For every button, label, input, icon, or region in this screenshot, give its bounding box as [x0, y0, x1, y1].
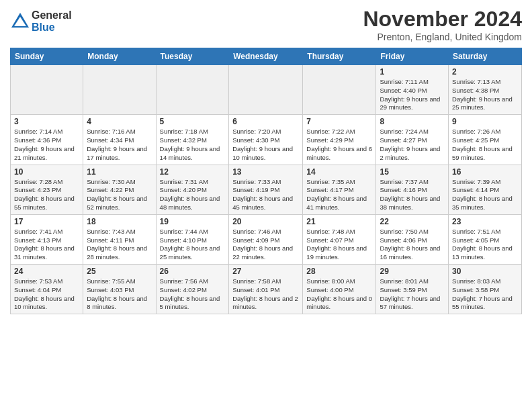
table-row: 7Sunrise: 7:22 AMSunset: 4:29 PMDaylight…	[303, 115, 376, 165]
table-row: 19Sunrise: 7:44 AMSunset: 4:10 PMDayligh…	[156, 214, 229, 264]
col-tuesday: Tuesday	[156, 48, 229, 65]
day-info: Sunrise: 7:22 AMSunset: 4:29 PMDaylight:…	[306, 128, 372, 162]
day-info: Sunrise: 7:53 AMSunset: 4:04 PMDaylight:…	[14, 277, 79, 312]
day-number: 15	[380, 167, 445, 177]
table-row: 27Sunrise: 7:58 AMSunset: 4:01 PMDayligh…	[229, 265, 303, 314]
day-number: 2	[452, 67, 518, 77]
day-info: Sunrise: 7:51 AMSunset: 4:05 PMDaylight:…	[452, 228, 518, 262]
day-number: 20	[232, 217, 299, 226]
day-info: Sunrise: 8:01 AMSunset: 3:59 PMDaylight:…	[380, 277, 445, 312]
day-number: 18	[87, 217, 152, 226]
day-info: Sunrise: 7:41 AMSunset: 4:13 PMDaylight:…	[14, 228, 79, 262]
day-info: Sunrise: 7:48 AMSunset: 4:07 PMDaylight:…	[306, 228, 372, 262]
day-number: 23	[452, 217, 518, 226]
day-number: 7	[306, 117, 372, 126]
page-header: General Blue November 2024 Prenton, Engl…	[10, 7, 522, 42]
day-info: Sunrise: 7:13 AMSunset: 4:38 PMDaylight:…	[452, 78, 518, 112]
day-number: 26	[160, 267, 226, 276]
col-sunday: Sunday	[11, 48, 83, 65]
day-info: Sunrise: 7:30 AMSunset: 4:22 PMDaylight:…	[87, 178, 152, 212]
calendar-header-row: Sunday Monday Tuesday Wednesday Thursday…	[11, 48, 522, 65]
logo-icon	[10, 11, 30, 32]
day-number: 6	[232, 117, 299, 126]
day-number: 29	[380, 267, 445, 276]
table-row: 20Sunrise: 7:46 AMSunset: 4:09 PMDayligh…	[229, 214, 303, 264]
table-row: 1Sunrise: 7:11 AMSunset: 4:40 PMDaylight…	[376, 65, 449, 115]
day-info: Sunrise: 7:50 AMSunset: 4:06 PMDaylight:…	[380, 228, 445, 262]
day-number: 30	[452, 267, 518, 276]
col-monday: Monday	[83, 48, 156, 65]
day-info: Sunrise: 7:55 AMSunset: 4:03 PMDaylight:…	[87, 277, 152, 312]
day-info: Sunrise: 7:44 AMSunset: 4:10 PMDaylight:…	[160, 228, 226, 262]
day-info: Sunrise: 7:46 AMSunset: 4:09 PMDaylight:…	[232, 228, 299, 262]
table-row	[83, 65, 156, 115]
day-number: 4	[87, 117, 152, 126]
location-subtitle: Prenton, England, United Kingdom	[363, 32, 522, 42]
table-row: 4Sunrise: 7:16 AMSunset: 4:34 PMDaylight…	[83, 115, 156, 165]
table-row: 21Sunrise: 7:48 AMSunset: 4:07 PMDayligh…	[303, 214, 376, 264]
table-row: 8Sunrise: 7:24 AMSunset: 4:27 PMDaylight…	[376, 115, 449, 165]
day-number: 5	[160, 117, 226, 126]
day-info: Sunrise: 7:56 AMSunset: 4:02 PMDaylight:…	[160, 277, 226, 312]
table-row	[303, 65, 376, 115]
day-info: Sunrise: 7:20 AMSunset: 4:30 PMDaylight:…	[232, 128, 299, 162]
table-row: 26Sunrise: 7:56 AMSunset: 4:02 PMDayligh…	[156, 265, 229, 314]
day-info: Sunrise: 7:33 AMSunset: 4:19 PMDaylight:…	[232, 178, 299, 212]
day-info: Sunrise: 7:14 AMSunset: 4:36 PMDaylight:…	[14, 128, 79, 162]
table-row: 15Sunrise: 7:37 AMSunset: 4:16 PMDayligh…	[376, 165, 449, 214]
day-info: Sunrise: 7:16 AMSunset: 4:34 PMDaylight:…	[87, 128, 152, 162]
calendar-week-row: 17Sunrise: 7:41 AMSunset: 4:13 PMDayligh…	[11, 214, 522, 264]
table-row: 11Sunrise: 7:30 AMSunset: 4:22 PMDayligh…	[83, 165, 156, 214]
day-number: 19	[160, 217, 226, 226]
month-title: November 2024	[363, 7, 522, 32]
day-info: Sunrise: 7:35 AMSunset: 4:17 PMDaylight:…	[306, 178, 372, 212]
day-info: Sunrise: 7:58 AMSunset: 4:01 PMDaylight:…	[232, 277, 299, 312]
day-number: 11	[87, 167, 152, 177]
day-number: 28	[306, 267, 372, 276]
day-number: 25	[87, 267, 152, 276]
table-row: 14Sunrise: 7:35 AMSunset: 4:17 PMDayligh…	[303, 165, 376, 214]
table-row: 29Sunrise: 8:01 AMSunset: 3:59 PMDayligh…	[376, 265, 449, 314]
table-row	[229, 65, 303, 115]
day-number: 27	[232, 267, 299, 276]
logo-general: General	[32, 9, 72, 21]
day-number: 16	[452, 167, 518, 177]
day-info: Sunrise: 7:28 AMSunset: 4:23 PMDaylight:…	[14, 178, 79, 212]
table-row: 28Sunrise: 8:00 AMSunset: 4:00 PMDayligh…	[303, 265, 376, 314]
table-row: 16Sunrise: 7:39 AMSunset: 4:14 PMDayligh…	[449, 165, 522, 214]
col-wednesday: Wednesday	[229, 48, 303, 65]
day-number: 1	[380, 67, 445, 77]
table-row: 3Sunrise: 7:14 AMSunset: 4:36 PMDaylight…	[11, 115, 83, 165]
day-info: Sunrise: 7:18 AMSunset: 4:32 PMDaylight:…	[160, 128, 226, 162]
table-row: 18Sunrise: 7:43 AMSunset: 4:11 PMDayligh…	[83, 214, 156, 264]
table-row: 10Sunrise: 7:28 AMSunset: 4:23 PMDayligh…	[11, 165, 83, 214]
day-number: 3	[14, 117, 79, 126]
day-number: 21	[306, 217, 372, 226]
title-block: November 2024 Prenton, England, United K…	[363, 7, 522, 42]
day-info: Sunrise: 7:39 AMSunset: 4:14 PMDaylight:…	[452, 178, 518, 212]
logo-blue: Blue	[32, 21, 72, 34]
table-row: 13Sunrise: 7:33 AMSunset: 4:19 PMDayligh…	[229, 165, 303, 214]
day-number: 10	[14, 167, 79, 177]
day-info: Sunrise: 8:00 AMSunset: 4:00 PMDaylight:…	[306, 277, 372, 312]
day-info: Sunrise: 7:11 AMSunset: 4:40 PMDaylight:…	[380, 78, 445, 112]
day-number: 17	[14, 217, 79, 226]
table-row: 17Sunrise: 7:41 AMSunset: 4:13 PMDayligh…	[11, 214, 83, 264]
table-row: 6Sunrise: 7:20 AMSunset: 4:30 PMDaylight…	[229, 115, 303, 165]
day-number: 14	[306, 167, 372, 177]
day-number: 24	[14, 267, 79, 276]
day-number: 8	[380, 117, 445, 126]
table-row: 12Sunrise: 7:31 AMSunset: 4:20 PMDayligh…	[156, 165, 229, 214]
logo: General Blue	[10, 9, 72, 33]
table-row: 9Sunrise: 7:26 AMSunset: 4:25 PMDaylight…	[449, 115, 522, 165]
day-number: 9	[452, 117, 518, 126]
col-saturday: Saturday	[449, 48, 522, 65]
day-info: Sunrise: 7:31 AMSunset: 4:20 PMDaylight:…	[160, 178, 226, 212]
day-number: 12	[160, 167, 226, 177]
table-row: 22Sunrise: 7:50 AMSunset: 4:06 PMDayligh…	[376, 214, 449, 264]
table-row	[11, 65, 83, 115]
col-thursday: Thursday	[303, 48, 376, 65]
day-info: Sunrise: 7:43 AMSunset: 4:11 PMDaylight:…	[87, 228, 152, 262]
calendar-week-row: 1Sunrise: 7:11 AMSunset: 4:40 PMDaylight…	[11, 65, 522, 115]
table-row: 30Sunrise: 8:03 AMSunset: 3:58 PMDayligh…	[449, 265, 522, 314]
